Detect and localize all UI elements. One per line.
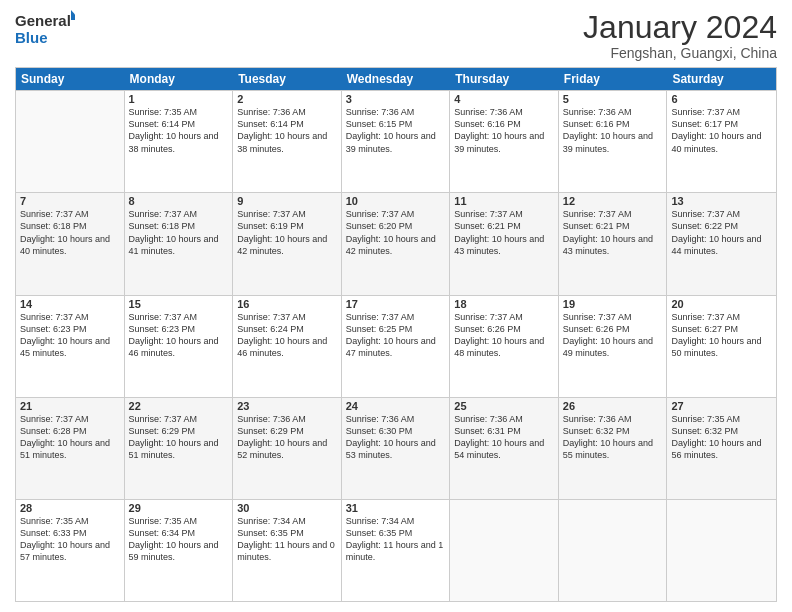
day-info: Sunrise: 7:37 AMSunset: 6:23 PMDaylight:…: [20, 311, 120, 360]
cal-cell: 6Sunrise: 7:37 AMSunset: 6:17 PMDaylight…: [667, 91, 776, 192]
cal-cell: 31Sunrise: 7:34 AMSunset: 6:35 PMDayligh…: [342, 500, 451, 601]
day-info: Sunrise: 7:36 AMSunset: 6:16 PMDaylight:…: [563, 106, 663, 155]
day-number: 1: [129, 93, 229, 105]
day-info: Sunrise: 7:37 AMSunset: 6:19 PMDaylight:…: [237, 208, 337, 257]
cal-cell: 17Sunrise: 7:37 AMSunset: 6:25 PMDayligh…: [342, 296, 451, 397]
day-number: 24: [346, 400, 446, 412]
day-number: 31: [346, 502, 446, 514]
calendar-header: SundayMondayTuesdayWednesdayThursdayFrid…: [16, 68, 776, 90]
weekday-header-tuesday: Tuesday: [233, 68, 342, 90]
cal-cell: 8Sunrise: 7:37 AMSunset: 6:18 PMDaylight…: [125, 193, 234, 294]
cal-cell: 15Sunrise: 7:37 AMSunset: 6:23 PMDayligh…: [125, 296, 234, 397]
cal-cell: [450, 500, 559, 601]
day-number: 3: [346, 93, 446, 105]
cal-cell: 12Sunrise: 7:37 AMSunset: 6:21 PMDayligh…: [559, 193, 668, 294]
day-number: 17: [346, 298, 446, 310]
header: General Blue January 2024 Fengshan, Guan…: [15, 10, 777, 61]
day-number: 16: [237, 298, 337, 310]
cal-cell: 3Sunrise: 7:36 AMSunset: 6:15 PMDaylight…: [342, 91, 451, 192]
cal-cell: 14Sunrise: 7:37 AMSunset: 6:23 PMDayligh…: [16, 296, 125, 397]
day-number: 2: [237, 93, 337, 105]
weekday-header-sunday: Sunday: [16, 68, 125, 90]
cal-cell: 9Sunrise: 7:37 AMSunset: 6:19 PMDaylight…: [233, 193, 342, 294]
month-title: January 2024: [583, 10, 777, 45]
day-info: Sunrise: 7:36 AMSunset: 6:32 PMDaylight:…: [563, 413, 663, 462]
cal-cell: [559, 500, 668, 601]
day-info: Sunrise: 7:37 AMSunset: 6:29 PMDaylight:…: [129, 413, 229, 462]
day-info: Sunrise: 7:35 AMSunset: 6:32 PMDaylight:…: [671, 413, 772, 462]
logo-svg: General Blue: [15, 10, 75, 46]
cal-cell: 4Sunrise: 7:36 AMSunset: 6:16 PMDaylight…: [450, 91, 559, 192]
cal-cell: 26Sunrise: 7:36 AMSunset: 6:32 PMDayligh…: [559, 398, 668, 499]
day-number: 15: [129, 298, 229, 310]
day-number: 20: [671, 298, 772, 310]
svg-text:General: General: [15, 12, 71, 29]
cal-cell: 19Sunrise: 7:37 AMSunset: 6:26 PMDayligh…: [559, 296, 668, 397]
day-info: Sunrise: 7:37 AMSunset: 6:26 PMDaylight:…: [454, 311, 554, 360]
cal-cell: 25Sunrise: 7:36 AMSunset: 6:31 PMDayligh…: [450, 398, 559, 499]
day-info: Sunrise: 7:36 AMSunset: 6:14 PMDaylight:…: [237, 106, 337, 155]
cal-cell: 24Sunrise: 7:36 AMSunset: 6:30 PMDayligh…: [342, 398, 451, 499]
calendar-body: 1Sunrise: 7:35 AMSunset: 6:14 PMDaylight…: [16, 90, 776, 601]
svg-text:Blue: Blue: [15, 29, 48, 46]
cal-cell: 7Sunrise: 7:37 AMSunset: 6:18 PMDaylight…: [16, 193, 125, 294]
calendar-week-2: 7Sunrise: 7:37 AMSunset: 6:18 PMDaylight…: [16, 192, 776, 294]
day-number: 14: [20, 298, 120, 310]
day-number: 21: [20, 400, 120, 412]
day-info: Sunrise: 7:37 AMSunset: 6:21 PMDaylight:…: [454, 208, 554, 257]
day-number: 7: [20, 195, 120, 207]
cal-cell: [16, 91, 125, 192]
cal-cell: 30Sunrise: 7:34 AMSunset: 6:35 PMDayligh…: [233, 500, 342, 601]
cal-cell: 23Sunrise: 7:36 AMSunset: 6:29 PMDayligh…: [233, 398, 342, 499]
day-info: Sunrise: 7:37 AMSunset: 6:21 PMDaylight:…: [563, 208, 663, 257]
day-info: Sunrise: 7:36 AMSunset: 6:29 PMDaylight:…: [237, 413, 337, 462]
day-info: Sunrise: 7:37 AMSunset: 6:28 PMDaylight:…: [20, 413, 120, 462]
weekday-header-wednesday: Wednesday: [342, 68, 451, 90]
day-info: Sunrise: 7:35 AMSunset: 6:14 PMDaylight:…: [129, 106, 229, 155]
day-info: Sunrise: 7:37 AMSunset: 6:18 PMDaylight:…: [129, 208, 229, 257]
day-info: Sunrise: 7:34 AMSunset: 6:35 PMDaylight:…: [346, 515, 446, 564]
day-info: Sunrise: 7:36 AMSunset: 6:30 PMDaylight:…: [346, 413, 446, 462]
day-number: 28: [20, 502, 120, 514]
day-number: 5: [563, 93, 663, 105]
cal-cell: 16Sunrise: 7:37 AMSunset: 6:24 PMDayligh…: [233, 296, 342, 397]
svg-marker-2: [71, 10, 75, 20]
day-number: 30: [237, 502, 337, 514]
day-number: 8: [129, 195, 229, 207]
weekday-header-monday: Monday: [125, 68, 234, 90]
day-info: Sunrise: 7:37 AMSunset: 6:20 PMDaylight:…: [346, 208, 446, 257]
day-info: Sunrise: 7:37 AMSunset: 6:17 PMDaylight:…: [671, 106, 772, 155]
title-block: January 2024 Fengshan, Guangxi, China: [583, 10, 777, 61]
cal-cell: 18Sunrise: 7:37 AMSunset: 6:26 PMDayligh…: [450, 296, 559, 397]
day-info: Sunrise: 7:35 AMSunset: 6:34 PMDaylight:…: [129, 515, 229, 564]
day-number: 6: [671, 93, 772, 105]
cal-cell: [667, 500, 776, 601]
calendar-week-1: 1Sunrise: 7:35 AMSunset: 6:14 PMDaylight…: [16, 90, 776, 192]
day-number: 11: [454, 195, 554, 207]
day-info: Sunrise: 7:37 AMSunset: 6:26 PMDaylight:…: [563, 311, 663, 360]
day-info: Sunrise: 7:35 AMSunset: 6:33 PMDaylight:…: [20, 515, 120, 564]
cal-cell: 21Sunrise: 7:37 AMSunset: 6:28 PMDayligh…: [16, 398, 125, 499]
calendar-week-3: 14Sunrise: 7:37 AMSunset: 6:23 PMDayligh…: [16, 295, 776, 397]
day-number: 29: [129, 502, 229, 514]
day-number: 25: [454, 400, 554, 412]
cal-cell: 10Sunrise: 7:37 AMSunset: 6:20 PMDayligh…: [342, 193, 451, 294]
day-number: 12: [563, 195, 663, 207]
location: Fengshan, Guangxi, China: [583, 45, 777, 61]
day-number: 9: [237, 195, 337, 207]
cal-cell: 1Sunrise: 7:35 AMSunset: 6:14 PMDaylight…: [125, 91, 234, 192]
day-info: Sunrise: 7:36 AMSunset: 6:31 PMDaylight:…: [454, 413, 554, 462]
calendar-week-4: 21Sunrise: 7:37 AMSunset: 6:28 PMDayligh…: [16, 397, 776, 499]
day-info: Sunrise: 7:37 AMSunset: 6:23 PMDaylight:…: [129, 311, 229, 360]
cal-cell: 11Sunrise: 7:37 AMSunset: 6:21 PMDayligh…: [450, 193, 559, 294]
cal-cell: 28Sunrise: 7:35 AMSunset: 6:33 PMDayligh…: [16, 500, 125, 601]
day-number: 23: [237, 400, 337, 412]
day-number: 10: [346, 195, 446, 207]
cal-cell: 2Sunrise: 7:36 AMSunset: 6:14 PMDaylight…: [233, 91, 342, 192]
day-info: Sunrise: 7:37 AMSunset: 6:18 PMDaylight:…: [20, 208, 120, 257]
day-info: Sunrise: 7:37 AMSunset: 6:22 PMDaylight:…: [671, 208, 772, 257]
day-number: 26: [563, 400, 663, 412]
page: General Blue January 2024 Fengshan, Guan…: [0, 0, 792, 612]
logo: General Blue: [15, 10, 75, 46]
day-number: 13: [671, 195, 772, 207]
